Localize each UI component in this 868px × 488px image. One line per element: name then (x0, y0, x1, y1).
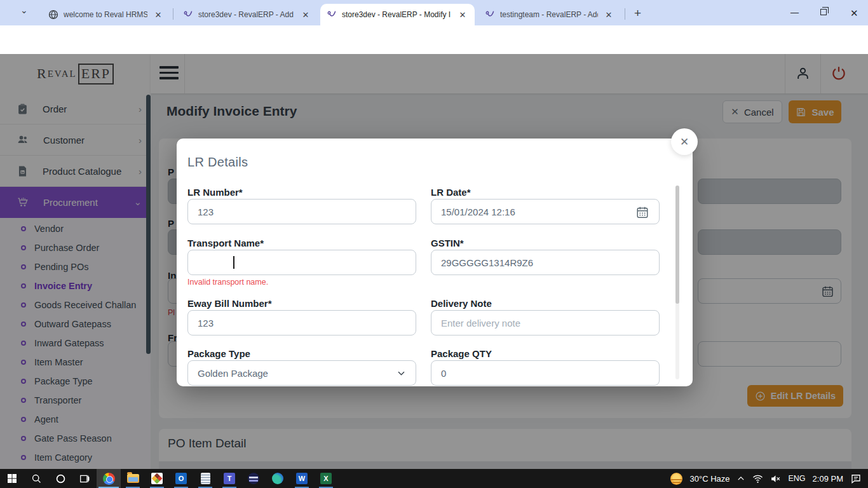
tab-close-icon[interactable]: ✕ (457, 9, 468, 20)
language-indicator[interactable]: ENG (788, 474, 805, 483)
taskbar-teams[interactable]: T (217, 469, 241, 488)
volume-muted-icon[interactable] (770, 474, 781, 484)
taskbar-chrome[interactable] (97, 469, 121, 488)
revalerp-favicon (485, 10, 495, 20)
transport-name-label: Transport Name* (187, 238, 264, 248)
eclipse-icon (248, 473, 259, 484)
notepad-icon (201, 473, 210, 484)
lr-details-modal: LR Details LR Number* LR Date* Transport… (177, 139, 693, 386)
screen: ⌄ welcome to Reval HRMS ✕ store3dev - Re… (0, 0, 868, 488)
taskbar-excel[interactable]: X (314, 469, 338, 488)
cortana-button[interactable] (48, 469, 72, 488)
weather-text[interactable]: 30°C Haze (689, 474, 729, 484)
package-type-value: Golden Package (198, 368, 397, 379)
edge-icon (272, 473, 283, 484)
windows-logo-icon (7, 473, 17, 484)
tab-search-chevron-icon[interactable]: ⌄ (20, 5, 28, 15)
modal-scrollbar-thumb[interactable] (675, 186, 679, 304)
text-cursor (233, 256, 234, 269)
transport-name-input[interactable] (187, 250, 416, 275)
window-close-button[interactable]: ✕ (850, 8, 858, 19)
tab-close-icon[interactable]: ✕ (300, 9, 311, 20)
tab-title: testingteam - RevalERP - Add W (500, 10, 598, 19)
outlook-icon: O (175, 473, 187, 484)
restore-icon (820, 9, 827, 15)
action-center-icon[interactable] (850, 473, 862, 484)
globe-icon (48, 10, 58, 20)
new-tab-button[interactable]: + (634, 6, 641, 20)
word-icon: W (296, 473, 308, 484)
task-view-icon (79, 473, 90, 484)
taskbar-edge[interactable] (266, 469, 290, 488)
tab-testingteam-add[interactable]: testingteam - RevalERP - Add W ✕ (478, 4, 621, 25)
lr-number-input[interactable] (187, 199, 416, 224)
delivery-note-label: Delivery Note (431, 298, 492, 309)
system-tray: 30°C Haze ENG 2:09 PM (670, 473, 868, 485)
tab-reval-modify-invoice-active[interactable]: store3dev - RevalERP - Modify I ✕ (320, 4, 475, 25)
tab-reval-add-invoice[interactable]: store3dev - RevalERP - Add Inv ✕ (177, 4, 318, 25)
task-view-button[interactable] (72, 469, 97, 488)
cortana-icon (55, 473, 66, 484)
search-icon (31, 473, 42, 484)
taskbar: O T W X 30°C Haze ENG 2:09 PM (0, 469, 868, 488)
modal-close-button[interactable]: ✕ (671, 128, 698, 155)
tab-separator (625, 8, 625, 20)
tab-reval-hrms[interactable]: welcome to Reval HRMS ✕ (42, 4, 170, 25)
taskbar-word[interactable]: W (290, 469, 314, 488)
excel-icon: X (320, 473, 332, 484)
taskbar-eclipse[interactable] (241, 469, 266, 488)
tab-close-icon[interactable]: ✕ (603, 9, 614, 20)
browser-toolbar: ← → ⟳ store3dev.revalweb.com/InvoiceEntr… (0, 25, 868, 54)
taskbar-photos-app[interactable] (145, 469, 169, 488)
clock[interactable]: 2:09 PM (813, 474, 843, 484)
close-icon: ✕ (680, 135, 689, 149)
tray-chevron-up-icon[interactable] (736, 474, 745, 483)
package-qty-input[interactable] (431, 360, 660, 386)
gstin-label: GSTIN* (431, 238, 464, 248)
eway-bill-input[interactable] (187, 310, 416, 336)
tab-title: store3dev - RevalERP - Add Inv (198, 10, 295, 19)
revalerp-favicon (327, 10, 337, 20)
photos-app-icon (151, 473, 163, 484)
taskbar-search-button[interactable] (24, 469, 48, 488)
teams-icon: T (224, 473, 235, 484)
modal-title: LR Details (187, 155, 248, 170)
tab-title: store3dev - RevalERP - Modify I (342, 10, 452, 19)
chrome-icon (103, 473, 115, 485)
delivery-note-input[interactable] (431, 310, 660, 336)
package-qty-label: Package QTY (431, 348, 492, 359)
lr-date-label: LR Date* (431, 187, 471, 198)
chevron-down-icon (397, 369, 406, 378)
gstin-input[interactable] (431, 250, 660, 275)
revalerp-favicon (183, 10, 193, 20)
window-restore-button[interactable] (820, 9, 827, 15)
wifi-icon[interactable] (752, 474, 763, 484)
transport-name-error: Invalid transport name. (187, 278, 268, 287)
taskbar-notepad[interactable] (193, 469, 217, 488)
file-explorer-icon (127, 474, 139, 483)
lr-date-input[interactable] (431, 199, 660, 224)
taskbar-file-explorer[interactable] (121, 469, 145, 488)
tab-title: welcome to Reval HRMS (64, 10, 147, 19)
weather-icon[interactable] (670, 473, 682, 485)
taskbar-outlook[interactable]: O (169, 469, 193, 488)
package-type-label: Package Type (187, 348, 250, 359)
lr-number-label: LR Number* (187, 187, 243, 198)
window-minimize-button[interactable]: — (790, 8, 799, 17)
app-page: REVALERP Order › Customer › Product Cata… (0, 54, 868, 469)
eway-bill-label: Eway Bill Number* (187, 298, 272, 309)
tab-close-icon[interactable]: ✕ (153, 9, 164, 20)
tab-separator (173, 8, 173, 20)
browser-tabstrip: ⌄ welcome to Reval HRMS ✕ store3dev - Re… (0, 0, 868, 25)
start-button[interactable] (0, 469, 24, 488)
package-type-select[interactable]: Golden Package (187, 360, 416, 386)
calendar-icon[interactable] (635, 205, 649, 219)
